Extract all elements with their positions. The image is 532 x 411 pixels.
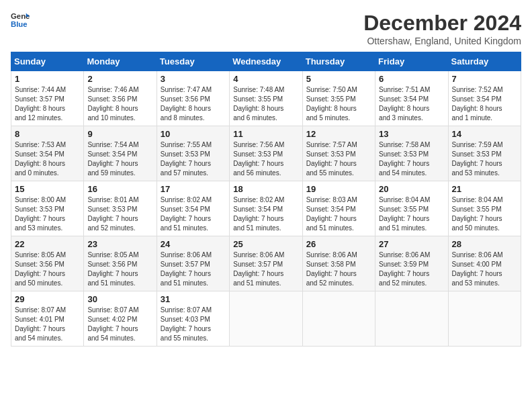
calendar-cell: 28Sunrise: 8:06 AM Sunset: 4:00 PM Dayli…	[448, 236, 521, 291]
day-info: Sunrise: 7:47 AM Sunset: 3:56 PM Dayligh…	[161, 85, 226, 123]
day-info: Sunrise: 8:06 AM Sunset: 3:59 PM Dayligh…	[379, 250, 444, 288]
calendar-cell: 7Sunrise: 7:52 AM Sunset: 3:54 PM Daylig…	[448, 71, 521, 126]
calendar-cell: 22Sunrise: 8:05 AM Sunset: 3:56 PM Dayli…	[11, 236, 84, 291]
day-info: Sunrise: 7:51 AM Sunset: 3:54 PM Dayligh…	[379, 85, 444, 123]
calendar-cell: 19Sunrise: 8:03 AM Sunset: 3:54 PM Dayli…	[302, 181, 375, 236]
calendar-cell: 1Sunrise: 7:44 AM Sunset: 3:57 PM Daylig…	[11, 71, 84, 126]
calendar-cell: 14Sunrise: 7:59 AM Sunset: 3:53 PM Dayli…	[448, 126, 521, 181]
calendar-cell: 6Sunrise: 7:51 AM Sunset: 3:54 PM Daylig…	[375, 71, 448, 126]
calendar-cell: 4Sunrise: 7:48 AM Sunset: 3:55 PM Daylig…	[230, 71, 302, 126]
calendar-cell: 15Sunrise: 8:00 AM Sunset: 3:53 PM Dayli…	[11, 181, 84, 236]
day-info: Sunrise: 8:05 AM Sunset: 3:56 PM Dayligh…	[15, 250, 80, 288]
week-row-3: 15Sunrise: 8:00 AM Sunset: 3:53 PM Dayli…	[11, 181, 521, 236]
calendar-cell: 13Sunrise: 7:58 AM Sunset: 3:53 PM Dayli…	[375, 126, 448, 181]
calendar-cell: 29Sunrise: 8:07 AM Sunset: 4:01 PM Dayli…	[11, 291, 84, 347]
calendar-cell: 8Sunrise: 7:53 AM Sunset: 3:54 PM Daylig…	[11, 126, 84, 181]
calendar-cell: 23Sunrise: 8:05 AM Sunset: 3:56 PM Dayli…	[84, 236, 157, 291]
day-info: Sunrise: 8:06 AM Sunset: 3:58 PM Dayligh…	[306, 250, 371, 288]
day-number: 31	[161, 294, 226, 304]
calendar-cell: 25Sunrise: 8:06 AM Sunset: 3:57 PM Dayli…	[230, 236, 302, 291]
day-number: 6	[379, 74, 444, 84]
day-info: Sunrise: 7:48 AM Sunset: 3:55 PM Dayligh…	[233, 85, 298, 123]
day-info: Sunrise: 7:53 AM Sunset: 3:54 PM Dayligh…	[15, 140, 80, 178]
calendar-cell: 24Sunrise: 8:06 AM Sunset: 3:57 PM Dayli…	[157, 236, 229, 291]
day-number: 27	[379, 239, 444, 249]
day-number: 19	[306, 184, 371, 194]
week-row-5: 29Sunrise: 8:07 AM Sunset: 4:01 PM Dayli…	[11, 291, 521, 347]
day-number: 9	[87, 129, 152, 139]
calendar-cell: 3Sunrise: 7:47 AM Sunset: 3:56 PM Daylig…	[157, 71, 229, 126]
day-number: 15	[15, 184, 80, 194]
calendar-cell: 9Sunrise: 7:54 AM Sunset: 3:54 PM Daylig…	[84, 126, 157, 181]
day-number: 4	[233, 74, 298, 84]
day-number: 18	[233, 184, 298, 194]
day-info: Sunrise: 7:52 AM Sunset: 3:54 PM Dayligh…	[452, 85, 517, 123]
calendar-cell: 16Sunrise: 8:01 AM Sunset: 3:53 PM Dayli…	[84, 181, 157, 236]
day-info: Sunrise: 8:07 AM Sunset: 4:01 PM Dayligh…	[15, 306, 80, 343]
week-row-1: 1Sunrise: 7:44 AM Sunset: 3:57 PM Daylig…	[11, 71, 521, 126]
day-number: 24	[161, 239, 226, 249]
logo-icon: General Blue	[11, 11, 30, 30]
calendar-cell: 31Sunrise: 8:07 AM Sunset: 4:03 PM Dayli…	[157, 291, 229, 347]
calendar-cell: 2Sunrise: 7:46 AM Sunset: 3:56 PM Daylig…	[84, 71, 157, 126]
day-number: 25	[233, 239, 298, 249]
day-info: Sunrise: 8:05 AM Sunset: 3:56 PM Dayligh…	[87, 250, 152, 288]
weekday-sunday: Sunday	[11, 52, 84, 71]
day-number: 20	[379, 184, 444, 194]
day-number: 22	[15, 239, 80, 249]
weekday-saturday: Saturday	[448, 52, 521, 71]
day-number: 14	[452, 129, 517, 139]
day-info: Sunrise: 8:06 AM Sunset: 4:00 PM Dayligh…	[452, 250, 517, 288]
day-number: 1	[15, 74, 80, 84]
calendar-cell: 27Sunrise: 8:06 AM Sunset: 3:59 PM Dayli…	[375, 236, 448, 291]
title-block: December 2024 Ottershaw, England, United…	[363, 11, 521, 46]
day-info: Sunrise: 7:56 AM Sunset: 3:53 PM Dayligh…	[233, 140, 298, 178]
day-number: 8	[15, 129, 80, 139]
calendar-cell	[230, 291, 302, 347]
day-info: Sunrise: 7:59 AM Sunset: 3:53 PM Dayligh…	[452, 140, 517, 178]
month-title: December 2024	[363, 11, 521, 36]
weekday-tuesday: Tuesday	[157, 52, 229, 71]
day-info: Sunrise: 8:02 AM Sunset: 3:54 PM Dayligh…	[161, 195, 226, 233]
calendar-table: SundayMondayTuesdayWednesdayThursdayFrid…	[11, 52, 521, 347]
week-row-2: 8Sunrise: 7:53 AM Sunset: 3:54 PM Daylig…	[11, 126, 521, 181]
calendar-cell: 21Sunrise: 8:04 AM Sunset: 3:55 PM Dayli…	[448, 181, 521, 236]
day-info: Sunrise: 8:06 AM Sunset: 3:57 PM Dayligh…	[161, 250, 226, 288]
calendar-cell: 30Sunrise: 8:07 AM Sunset: 4:02 PM Dayli…	[84, 291, 157, 347]
day-number: 28	[452, 239, 517, 249]
day-info: Sunrise: 8:06 AM Sunset: 3:57 PM Dayligh…	[233, 250, 298, 288]
day-info: Sunrise: 8:04 AM Sunset: 3:55 PM Dayligh…	[379, 195, 444, 233]
day-number: 16	[87, 184, 152, 194]
day-info: Sunrise: 7:46 AM Sunset: 3:56 PM Dayligh…	[87, 85, 152, 123]
day-info: Sunrise: 7:44 AM Sunset: 3:57 PM Dayligh…	[15, 85, 80, 123]
weekday-friday: Friday	[375, 52, 448, 71]
day-info: Sunrise: 8:02 AM Sunset: 3:54 PM Dayligh…	[233, 195, 298, 233]
logo: General Blue	[11, 11, 30, 30]
calendar-cell: 20Sunrise: 8:04 AM Sunset: 3:55 PM Dayli…	[375, 181, 448, 236]
weekday-header-row: SundayMondayTuesdayWednesdayThursdayFrid…	[11, 52, 521, 71]
calendar-cell: 18Sunrise: 8:02 AM Sunset: 3:54 PM Dayli…	[230, 181, 302, 236]
day-info: Sunrise: 7:50 AM Sunset: 3:55 PM Dayligh…	[306, 85, 371, 123]
day-number: 10	[161, 129, 226, 139]
week-row-4: 22Sunrise: 8:05 AM Sunset: 3:56 PM Dayli…	[11, 236, 521, 291]
calendar-cell: 10Sunrise: 7:55 AM Sunset: 3:53 PM Dayli…	[157, 126, 229, 181]
page-header: General Blue December 2024 Ottershaw, En…	[11, 11, 521, 46]
day-info: Sunrise: 7:55 AM Sunset: 3:53 PM Dayligh…	[161, 140, 226, 178]
calendar-cell: 5Sunrise: 7:50 AM Sunset: 3:55 PM Daylig…	[302, 71, 375, 126]
calendar-body: 1Sunrise: 7:44 AM Sunset: 3:57 PM Daylig…	[11, 71, 521, 347]
day-number: 17	[161, 184, 226, 194]
day-info: Sunrise: 8:04 AM Sunset: 3:55 PM Dayligh…	[452, 195, 517, 233]
day-number: 26	[306, 239, 371, 249]
calendar-cell: 12Sunrise: 7:57 AM Sunset: 3:53 PM Dayli…	[302, 126, 375, 181]
day-info: Sunrise: 8:00 AM Sunset: 3:53 PM Dayligh…	[15, 195, 80, 233]
day-info: Sunrise: 7:57 AM Sunset: 3:53 PM Dayligh…	[306, 140, 371, 178]
day-number: 29	[15, 294, 80, 304]
calendar-cell: 11Sunrise: 7:56 AM Sunset: 3:53 PM Dayli…	[230, 126, 302, 181]
day-number: 3	[161, 74, 226, 84]
location: Ottershaw, England, United Kingdom	[363, 36, 521, 46]
day-number: 11	[233, 129, 298, 139]
calendar-cell: 26Sunrise: 8:06 AM Sunset: 3:58 PM Dayli…	[302, 236, 375, 291]
calendar-cell: 17Sunrise: 8:02 AM Sunset: 3:54 PM Dayli…	[157, 181, 229, 236]
day-info: Sunrise: 7:58 AM Sunset: 3:53 PM Dayligh…	[379, 140, 444, 178]
day-number: 5	[306, 74, 371, 84]
